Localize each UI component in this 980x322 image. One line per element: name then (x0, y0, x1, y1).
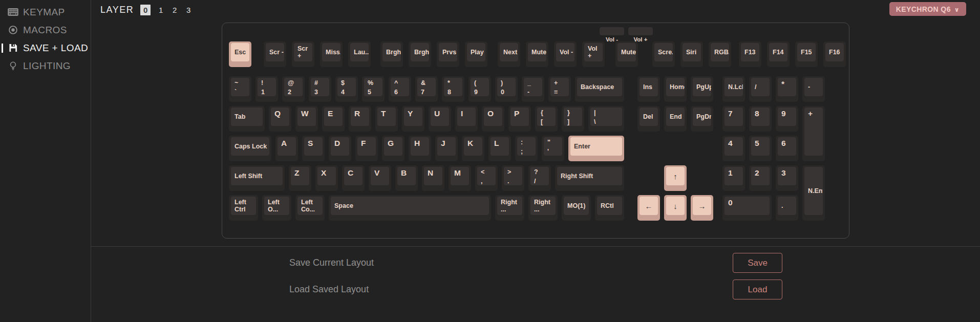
key-5[interactable]: %5 (362, 76, 385, 102)
key-equal[interactable]: += (548, 76, 571, 102)
key-p[interactable]: P (508, 106, 531, 132)
key-numpad-7[interactable]: 7 (722, 106, 745, 132)
key-mission-control[interactable]: Miss... (320, 41, 343, 67)
key-f16[interactable]: F16 (823, 41, 846, 67)
key-left-ctrl[interactable]: Left Ctrl (229, 195, 258, 221)
key-numpad-2[interactable]: 2 (749, 165, 772, 191)
key-4[interactable]: $4 (335, 76, 358, 102)
key-pgdn[interactable]: PgDn (691, 106, 713, 132)
key-f15[interactable]: F15 (795, 41, 818, 67)
key-mute-2[interactable]: Mute (615, 41, 638, 67)
key-esc[interactable]: Esc (229, 41, 251, 67)
key-backspace[interactable]: Backspace (575, 76, 624, 102)
key-mute[interactable]: Mute (526, 41, 548, 67)
key-semicolon[interactable]: :; (515, 136, 538, 161)
key-numpad-plus[interactable]: + (802, 106, 825, 161)
sidebar-item-lighting[interactable]: LIGHTING (0, 57, 91, 75)
key-left-shift[interactable]: Left Shift (229, 165, 285, 191)
key-7[interactable]: &7 (415, 76, 438, 102)
key-slash[interactable]: ?/ (528, 165, 551, 191)
key-x[interactable]: X (315, 165, 338, 191)
layer-tab-2[interactable]: 2 (171, 6, 178, 14)
key-period[interactable]: >. (502, 165, 524, 191)
key-d[interactable]: D (329, 136, 351, 161)
key-siri[interactable]: Siri (680, 41, 703, 67)
key-tab[interactable]: Tab (229, 106, 265, 132)
key-arrow-up[interactable]: ↑ (664, 165, 687, 191)
key-w[interactable]: W (295, 106, 318, 132)
key-h[interactable]: H (409, 136, 431, 161)
key-f[interactable]: F (355, 136, 378, 161)
key-n[interactable]: N (422, 165, 444, 191)
sidebar-item-save-load[interactable]: SAVE + LOAD (0, 39, 91, 57)
key-backslash[interactable]: |\ (588, 106, 624, 132)
sidebar-item-macros[interactable]: MACROS (0, 21, 91, 39)
key-i[interactable]: I (455, 106, 478, 132)
key-right-shift[interactable]: Right Shift (555, 165, 624, 191)
device-selector-button[interactable]: KEYCHRON Q6 ∨ (889, 2, 966, 16)
key-prev-track[interactable]: Prvs (437, 41, 459, 67)
key-caps-lock[interactable]: Caps Lock (229, 136, 271, 161)
key-r[interactable]: R (349, 106, 371, 132)
key-end[interactable]: End (664, 106, 687, 132)
key-9[interactable]: (9 (468, 76, 491, 102)
key-next-track[interactable]: Next (498, 41, 520, 67)
key-space[interactable]: Space (329, 195, 491, 221)
key-8[interactable]: *8 (442, 76, 464, 102)
key-y[interactable]: Y (402, 106, 424, 132)
key-f13[interactable]: F13 (739, 41, 761, 67)
key-numlock[interactable]: N.Lck (722, 76, 745, 102)
key-brightness-up[interactable]: Brght+ (409, 41, 431, 67)
key-lbracket[interactable]: {[ (535, 106, 558, 132)
key-numpad-divide[interactable]: / (749, 76, 772, 102)
key-e[interactable]: E (322, 106, 345, 132)
key-minus[interactable]: _- (522, 76, 544, 102)
key-numpad-9[interactable]: 9 (776, 106, 798, 132)
key-j[interactable]: J (435, 136, 458, 161)
key-c[interactable]: C (342, 165, 365, 191)
key-play[interactable]: Play (465, 41, 487, 67)
key-comma[interactable]: <, (475, 165, 498, 191)
key-numpad-5[interactable]: 5 (749, 136, 772, 161)
key-arrow-down[interactable]: ↓ (664, 195, 687, 221)
key-numpad-0[interactable]: 0 (722, 195, 772, 221)
key-numpad-6[interactable]: 6 (776, 136, 798, 161)
key-numpad-dot[interactable]: . (776, 195, 798, 221)
key-scr-minus[interactable]: Scr - (264, 41, 286, 67)
key-f14[interactable]: F14 (767, 41, 790, 67)
key-home[interactable]: Home (664, 76, 687, 102)
key-v[interactable]: V (369, 165, 391, 191)
key-vol-down[interactable]: Vol - (554, 41, 577, 67)
key-q[interactable]: Q (269, 106, 291, 132)
key-numpad-minus[interactable]: - (802, 76, 825, 102)
key-launchpad[interactable]: Lau... (348, 41, 371, 67)
save-button[interactable]: Save (733, 253, 782, 273)
key-brightness-down[interactable]: Brght- (380, 41, 403, 67)
key-enter[interactable]: Enter (568, 136, 624, 161)
key-right-option[interactable]: Right ... (528, 195, 558, 221)
key-rgb[interactable]: RGB... (709, 41, 731, 67)
key-u[interactable]: U (429, 106, 451, 132)
key-b[interactable]: B (395, 165, 418, 191)
key-numpad-4[interactable]: 4 (722, 136, 745, 161)
key-3[interactable]: #3 (309, 76, 331, 102)
key-screenshot[interactable]: Scre... (652, 41, 675, 67)
key-del[interactable]: Del (637, 106, 660, 132)
key-z[interactable]: Z (289, 165, 311, 191)
key-g[interactable]: G (382, 136, 404, 161)
key-arrow-left[interactable]: ← (637, 195, 660, 221)
layer-tab-0[interactable]: 0 (140, 5, 151, 15)
key-s[interactable]: S (302, 136, 325, 161)
key-vol-up[interactable]: Vol + (582, 41, 605, 67)
key-a[interactable]: A (275, 136, 298, 161)
encoder-vol-down[interactable]: Vol - (600, 27, 624, 42)
key-t[interactable]: T (375, 106, 398, 132)
key-grave[interactable]: ~` (229, 76, 251, 102)
key-6[interactable]: ^6 (389, 76, 411, 102)
layer-tab-3[interactable]: 3 (185, 6, 192, 14)
key-numpad-3[interactable]: 3 (776, 165, 798, 191)
key-numpad-enter[interactable]: N.Ent (802, 165, 825, 221)
key-quote[interactable]: "' (542, 136, 564, 161)
key-2[interactable]: @2 (282, 76, 305, 102)
key-l[interactable]: L (488, 136, 511, 161)
